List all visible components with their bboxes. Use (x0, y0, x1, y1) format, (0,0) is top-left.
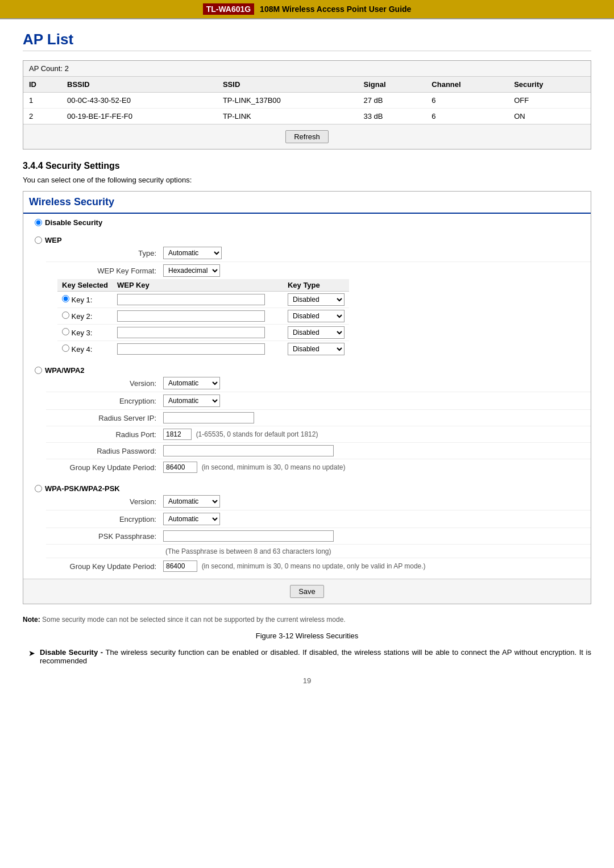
wep-key-type-select-1[interactable]: Disabled64bit128bit152bit (288, 293, 345, 306)
wpa-psk-radio[interactable] (35, 485, 42, 492)
wep-label[interactable]: WEP (35, 236, 579, 244)
radius-port-row: Radius Port: (1-65535, 0 stands for defa… (46, 426, 591, 443)
bullet-bold: Disable Security - (40, 648, 103, 657)
header-title: 108M Wireless Access Point User Guide (260, 5, 411, 14)
disable-security-option: Disable Security (23, 214, 591, 231)
wpa-version-select[interactable]: Automatic WPA WPA2 (163, 377, 220, 389)
cell-security: OFF (508, 93, 591, 109)
cell-signal: 33 dB (358, 109, 426, 124)
disable-security-radio[interactable] (35, 219, 42, 226)
cell-channel: 6 (426, 93, 508, 109)
wep-key-input-4[interactable] (117, 343, 265, 355)
ap-table-container: AP Count: 2 ID BSSID SSID Signal Channel… (23, 60, 591, 149)
disable-security-label[interactable]: Disable Security (35, 218, 579, 227)
save-button[interactable]: Save (290, 585, 324, 598)
radius-port-label: Radius Port: (46, 426, 160, 443)
radius-port-input[interactable] (163, 429, 192, 440)
wep-key-radio-4[interactable] (62, 344, 69, 352)
wpa-group-key-value: (in second, minimum is 30, 0 means no up… (160, 459, 591, 476)
cell-channel: 6 (426, 109, 508, 124)
refresh-row: Refresh (23, 124, 591, 149)
table-row: 200-19-BE-1F-FE-F0TP-LINK33 dB6ON (23, 109, 591, 124)
page-number: 19 (23, 676, 591, 696)
psk-group-key-value: (in second, minimum is 30, 0 means no up… (160, 558, 591, 575)
table-row: 100-0C-43-30-52-E0TP-LINK_137B0027 dB6OF… (23, 93, 591, 109)
wep-key-input-cell (113, 325, 283, 341)
psk-passphrase-input[interactable] (163, 530, 334, 542)
radius-ip-input[interactable] (163, 412, 254, 423)
ap-table-header: ID BSSID SSID Signal Channel Security (23, 77, 591, 93)
wep-key-input-3[interactable] (117, 327, 265, 338)
wep-key-type-cell: Disabled64bit128bit152bit (283, 308, 349, 325)
wep-key-input-1[interactable] (117, 294, 265, 305)
security-note: Note: Some security mode can not be sele… (23, 616, 591, 624)
psk-group-key-row: Group Key Update Period: (in second, min… (46, 558, 591, 575)
wep-key-table-header: Key Selected WEP Key Key Type (57, 279, 349, 292)
wep-key-selected-cell: Key 4: (57, 341, 113, 358)
radius-port-hint: (1-65535, 0 stands for default port 1812… (196, 430, 318, 438)
psk-hint-text: (The Passphrase is between 8 and 63 char… (160, 545, 591, 558)
wep-key-row: Key 2:Disabled64bit128bit152bit (57, 308, 349, 325)
psk-hint-empty (46, 545, 160, 558)
save-row: Save (23, 579, 591, 604)
wpa-psk-label[interactable]: WPA-PSK/WPA2-PSK (35, 484, 579, 493)
col-id: ID (23, 77, 61, 93)
wpa-wpa2-option: WPA/WPA2 Version: Automatic WPA WPA2 Enc… (23, 362, 591, 480)
wireless-security-title: Wireless Security (23, 192, 591, 214)
wep-key-input-cell (113, 308, 283, 325)
psk-group-key-input[interactable] (163, 560, 197, 572)
wpa-wpa2-radio[interactable] (35, 367, 42, 374)
col-ssid: SSID (217, 77, 358, 93)
radius-password-row: Radius Password: (46, 443, 591, 459)
wep-col-key: WEP Key (113, 279, 283, 292)
wep-key-radio-1[interactable] (62, 295, 69, 302)
cell-id: 2 (23, 109, 61, 124)
wep-key-type-select-3[interactable]: Disabled64bit128bit152bit (288, 326, 345, 339)
wireless-security-panel: Wireless Security Disable Security WEP T… (23, 191, 591, 604)
psk-passphrase-row: PSK Passphrase: (46, 528, 591, 545)
wep-key-radio-2[interactable] (62, 312, 69, 319)
cell-id: 1 (23, 93, 61, 109)
ap-table: ID BSSID SSID Signal Channel Security 10… (23, 77, 591, 124)
wpa-psk-option: WPA-PSK/WPA2-PSK Version: Automatic WPA-… (23, 480, 591, 579)
bullet-item-disable: ➤ Disable Security - The wireless securi… (23, 648, 591, 665)
wep-type-select[interactable]: Automatic Open System Shared Key (163, 247, 222, 259)
psk-group-key-label: Group Key Update Period: (46, 558, 160, 575)
wep-key-selected-cell: Key 2: (57, 308, 113, 325)
wep-option: WEP Type: Automatic Open System Shared K… (23, 231, 591, 362)
wpa-wpa2-label[interactable]: WPA/WPA2 (35, 366, 579, 375)
cell-bssid: 00-0C-43-30-52-E0 (61, 93, 217, 109)
wep-key-type-cell: Disabled64bit128bit152bit (283, 341, 349, 358)
note-content: Some security mode can not be selected s… (42, 616, 346, 624)
security-settings-title: 3.4.4 Security Settings (23, 161, 591, 171)
wep-key-format-row: WEP Key Format: Hexadecimal ASCII (46, 262, 591, 280)
refresh-button[interactable]: Refresh (285, 130, 329, 143)
psk-passphrase-label: PSK Passphrase: (46, 528, 160, 545)
wep-key-name: Key 2: (69, 312, 92, 321)
disable-security-text: Disable Security (45, 218, 102, 227)
wpa-encryption-select[interactable]: Automatic TKIP AES (163, 394, 220, 407)
psk-version-select[interactable]: Automatic WPA-PSK WPA2-PSK (163, 495, 220, 508)
wep-key-input-cell (113, 341, 283, 358)
wep-key-input-2[interactable] (117, 310, 265, 322)
wep-type-row: Type: Automatic Open System Shared Key (46, 244, 591, 262)
wep-key-type-select-2[interactable]: Disabled64bit128bit152bit (288, 310, 345, 322)
psk-encryption-select[interactable]: Automatic TKIP AES (163, 513, 220, 525)
wep-radio[interactable] (35, 236, 42, 244)
wep-key-table: Key Selected WEP Key Key Type Key 1:Disa… (57, 279, 349, 357)
model-badge: TL-WA601G (203, 3, 255, 15)
wpa-encryption-label: Encryption: (46, 392, 160, 410)
wpa-encryption-row: Encryption: Automatic TKIP AES (46, 392, 591, 410)
page-header: TL-WA601G 108M Wireless Access Point Use… (0, 0, 614, 19)
wep-key-radio-3[interactable] (62, 328, 69, 335)
radius-password-input[interactable] (163, 445, 334, 456)
col-bssid: BSSID (61, 77, 217, 93)
wpa-group-key-input[interactable] (163, 462, 197, 473)
wep-key-format-select[interactable]: Hexadecimal ASCII (163, 264, 220, 277)
wep-key-input-cell (113, 292, 283, 308)
wep-key-type-select-4[interactable]: Disabled64bit128bit152bit (288, 343, 345, 355)
psk-encryption-row: Encryption: Automatic TKIP AES (46, 510, 591, 528)
wpa-wpa2-text: WPA/WPA2 (45, 366, 85, 375)
radius-password-label: Radius Password: (46, 443, 160, 459)
header-text: TL-WA601G 108M Wireless Access Point Use… (203, 5, 412, 14)
